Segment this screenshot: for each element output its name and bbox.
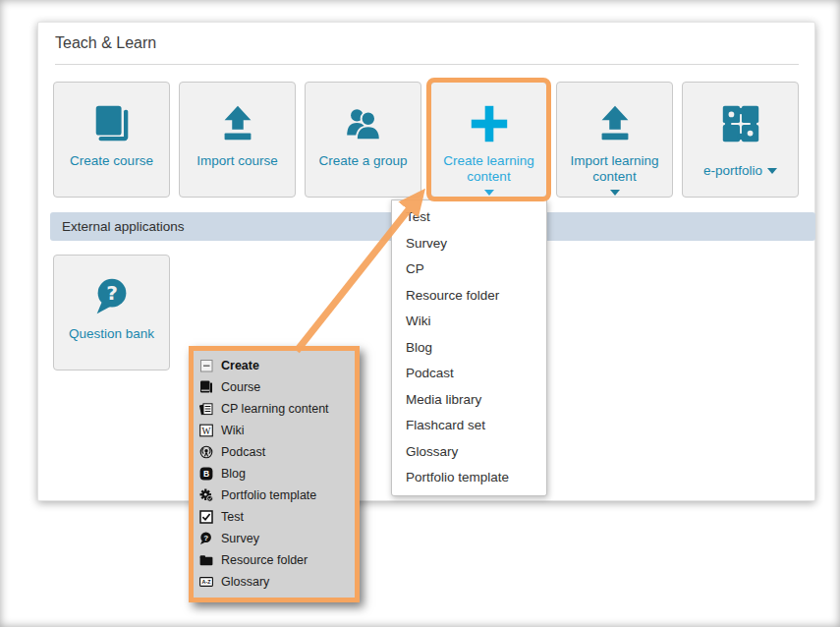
dropdown-item-flashcard-set[interactable]: Flashcard set (392, 413, 546, 439)
blog-icon: B (199, 467, 213, 481)
dropdown-item-test[interactable]: Test (392, 204, 546, 231)
context-item-resource-folder[interactable]: Resource folder (199, 549, 349, 571)
tile-question-bank[interactable]: ? Question bank (53, 255, 170, 370)
gear-check-icon (199, 488, 213, 502)
dropdown-item-cp[interactable]: CP (392, 256, 546, 283)
folder-icon (199, 553, 213, 567)
svg-text:B: B (203, 469, 209, 479)
teach-and-learn-page: Teach & Learn Create course (0, 0, 840, 627)
upload-icon (215, 98, 260, 149)
page-title: Teach & Learn (55, 34, 156, 52)
tile-label: Question bank (63, 326, 160, 342)
svg-text:W: W (202, 427, 211, 436)
wiki-icon: W (199, 424, 213, 437)
svg-text:?: ? (106, 281, 118, 305)
svg-text:?: ? (203, 534, 208, 542)
book-icon (89, 98, 135, 149)
tile-import-course[interactable]: Import course (179, 82, 296, 198)
chevron-down-icon (610, 190, 620, 196)
context-item-survey[interactable]: ? Survey (199, 528, 349, 549)
checkbox-icon (199, 510, 213, 524)
create-learning-content-dropdown: Test Survey CP Resource folder Wiki Blog… (391, 200, 547, 496)
svg-text:A-Z: A-Z (202, 579, 212, 585)
context-item-cp-learning-content[interactable]: CP learning content (199, 398, 349, 420)
tile-label: e-portfolio (698, 163, 783, 179)
tile-create-learning-content[interactable]: Create learning content (430, 82, 547, 198)
create-context-menu: Create Course (189, 346, 360, 602)
context-item-portfolio-template[interactable]: Portfolio template (199, 484, 349, 506)
section-label: External applications (62, 219, 185, 234)
dropdown-item-media-library[interactable]: Media library (392, 387, 546, 414)
chevron-down-icon (484, 190, 494, 196)
tile-label: Create course (64, 153, 159, 169)
context-item-podcast[interactable]: Podcast (199, 441, 349, 463)
context-item-wiki[interactable]: W Wiki (199, 420, 349, 441)
dropdown-item-blog[interactable]: Blog (392, 335, 546, 362)
tile-label: Create learning content (431, 153, 546, 185)
upload-icon (592, 98, 638, 149)
tile-import-learning-content[interactable]: Import learning content (556, 82, 673, 198)
context-item-blog[interactable]: B Blog (199, 463, 349, 484)
tile-label: Import course (191, 153, 284, 169)
puzzle-icon (718, 98, 763, 149)
dropdown-item-wiki[interactable]: Wiki (392, 309, 546, 335)
chevron-down-icon (767, 168, 777, 174)
pages-icon (199, 402, 213, 416)
tile-create-a-group[interactable]: Create a group (305, 82, 421, 198)
context-menu-header[interactable]: Create (199, 355, 349, 376)
dropdown-item-survey[interactable]: Survey (392, 231, 546, 257)
podcast-icon (199, 445, 213, 459)
plus-icon (467, 98, 512, 149)
tile-create-course[interactable]: Create course (53, 82, 170, 198)
group-icon (341, 98, 386, 149)
az-icon: A-Z (199, 575, 213, 589)
question-bubble-icon: ? (199, 532, 213, 545)
tile-label: Create a group (312, 153, 413, 169)
book-icon (199, 380, 213, 394)
dropdown-item-portfolio-template[interactable]: Portfolio template (392, 465, 546, 491)
dropdown-item-glossary[interactable]: Glossary (392, 439, 546, 466)
context-item-glossary[interactable]: A-Z Glossary (199, 571, 349, 593)
title-divider (55, 64, 799, 65)
collapse-icon (199, 359, 213, 372)
dropdown-item-podcast[interactable]: Podcast (392, 361, 546, 387)
tile-label: Import learning content (557, 153, 672, 185)
question-bubble-icon: ? (89, 271, 135, 322)
context-item-test[interactable]: Test (199, 506, 349, 528)
dropdown-item-resource-folder[interactable]: Resource folder (392, 283, 546, 310)
context-item-course[interactable]: Course (199, 376, 349, 398)
tile-e-portfolio[interactable]: e-portfolio (682, 82, 799, 198)
